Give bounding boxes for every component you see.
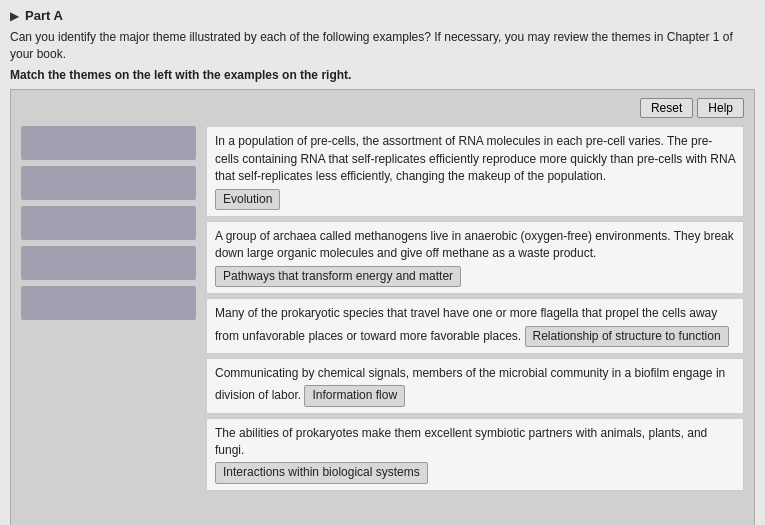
part-title: Part A: [25, 8, 63, 23]
left-item-5[interactable]: [21, 286, 196, 320]
reset-button[interactable]: Reset: [640, 98, 693, 118]
example-box-2: A group of archaea called methanogens li…: [206, 221, 744, 294]
left-item-4[interactable]: [21, 246, 196, 280]
answer-badge-3[interactable]: Relationship of structure to function: [525, 326, 729, 347]
right-column: In a population of pre-cells, the assort…: [206, 126, 744, 490]
instructions-line2: Match the themes on the left with the ex…: [10, 67, 755, 84]
left-column: [21, 126, 196, 490]
left-item-1[interactable]: [21, 126, 196, 160]
example-text-1: In a population of pre-cells, the assort…: [215, 134, 735, 183]
example-text-4: Communicating by chemical signals, membe…: [215, 366, 725, 402]
part-arrow-icon: ▶: [10, 9, 19, 23]
example-box-4: Communicating by chemical signals, membe…: [206, 358, 744, 414]
example-box-5: The abilities of prokaryotes make them e…: [206, 418, 744, 491]
answer-badge-5[interactable]: Interactions within biological systems: [215, 462, 428, 483]
help-button[interactable]: Help: [697, 98, 744, 118]
example-box-1: In a population of pre-cells, the assort…: [206, 126, 744, 217]
left-item-2[interactable]: [21, 166, 196, 200]
main-content-box: Reset Help In a population of pre-cells,…: [10, 89, 755, 525]
page-wrapper: ▶ Part A Can you identify the major them…: [0, 0, 765, 525]
toolbar-buttons: Reset Help: [21, 98, 744, 118]
example-box-3: Many of the prokaryotic species that tra…: [206, 298, 744, 354]
answer-badge-4[interactable]: Information flow: [304, 385, 405, 406]
answer-badge-2[interactable]: Pathways that transform energy and matte…: [215, 266, 461, 287]
content-area: In a population of pre-cells, the assort…: [21, 126, 744, 490]
example-text-5: The abilities of prokaryotes make them e…: [215, 426, 707, 457]
answer-badge-1[interactable]: Evolution: [215, 189, 280, 210]
left-item-3[interactable]: [21, 206, 196, 240]
example-text-2: A group of archaea called methanogens li…: [215, 229, 734, 260]
instructions-line1: Can you identify the major theme illustr…: [10, 29, 755, 63]
part-header: ▶ Part A: [10, 8, 755, 23]
